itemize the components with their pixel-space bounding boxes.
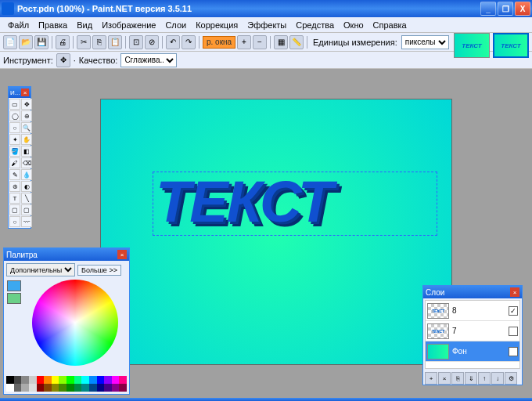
- palette-cell[interactable]: [66, 376, 74, 384]
- tool-fill[interactable]: 🪣: [9, 146, 20, 157]
- menu-view[interactable]: Вид: [72, 19, 97, 31]
- secondary-color-swatch[interactable]: [7, 293, 21, 304]
- palette-mode-select[interactable]: Дополнительны: [6, 263, 75, 276]
- new-button[interactable]: 📄: [3, 35, 17, 49]
- units-select[interactable]: пикселы: [401, 35, 449, 49]
- layer-props-button[interactable]: ⚙: [505, 372, 517, 385]
- undo-button[interactable]: ↶: [166, 35, 180, 49]
- menu-file[interactable]: Файл: [3, 19, 34, 31]
- tool-recolor[interactable]: ◐: [21, 181, 32, 192]
- menu-adjustments[interactable]: Коррекция: [191, 19, 243, 31]
- palette-cell[interactable]: [112, 384, 120, 392]
- palette-cell[interactable]: [74, 376, 82, 384]
- palette-cell[interactable]: [6, 384, 14, 392]
- canvas[interactable]: ТЕКСТ: [100, 99, 452, 365]
- palette-cell[interactable]: [6, 376, 14, 384]
- layer-up-button[interactable]: ↑: [478, 372, 491, 385]
- zoom-input[interactable]: [203, 36, 235, 49]
- doc-thumb-1[interactable]: ТЕКСТ: [454, 33, 490, 58]
- menu-image[interactable]: Изображение: [97, 19, 160, 31]
- palette-cell[interactable]: [14, 376, 22, 384]
- menu-layers[interactable]: Слои: [160, 19, 191, 31]
- save-button[interactable]: 💾: [34, 35, 49, 49]
- palette-cell[interactable]: [52, 384, 59, 392]
- zoom-in-button[interactable]: +: [237, 35, 251, 49]
- layer-item[interactable]: ТЕКСТ 8 ✓: [426, 301, 519, 321]
- tool-pan[interactable]: ✋: [21, 134, 32, 145]
- ruler-button[interactable]: 📏: [289, 35, 304, 49]
- cut-button[interactable]: ✂: [77, 35, 91, 49]
- layer-duplicate-button[interactable]: ⎘: [451, 372, 464, 385]
- tool-rect-select[interactable]: ▭: [9, 99, 20, 110]
- tool-line[interactable]: ╲: [21, 193, 32, 204]
- tool-rect[interactable]: ▢: [9, 204, 20, 215]
- palette-cell[interactable]: [59, 376, 66, 384]
- layer-visible-checkbox[interactable]: [509, 327, 518, 336]
- palette-cell[interactable]: [119, 384, 127, 392]
- layer-item[interactable]: ТЕКСТ 7: [426, 321, 519, 341]
- palette-cell[interactable]: [74, 384, 82, 392]
- palette-cell[interactable]: [97, 376, 105, 384]
- palette-cell[interactable]: [44, 384, 52, 392]
- redo-button[interactable]: ↷: [182, 35, 196, 49]
- close-button[interactable]: X: [515, 2, 530, 16]
- palette-cell[interactable]: [59, 384, 66, 392]
- selection-marquee[interactable]: [153, 172, 437, 236]
- tool-gradient[interactable]: ◧: [21, 146, 32, 157]
- menu-tools[interactable]: Средства: [291, 19, 339, 31]
- palette-cell[interactable]: [37, 376, 45, 384]
- color-strip[interactable]: [6, 376, 127, 392]
- tool-pencil[interactable]: ✎: [9, 169, 20, 180]
- tool-rrect[interactable]: ▢: [21, 204, 32, 215]
- palette-cell[interactable]: [112, 376, 120, 384]
- palette-cell[interactable]: [89, 384, 97, 392]
- palette-cell[interactable]: [104, 384, 112, 392]
- color-wheel[interactable]: [32, 280, 118, 366]
- tool-clone[interactable]: ⊛: [9, 181, 20, 192]
- layer-visible-checkbox[interactable]: ✓: [509, 347, 518, 356]
- palette-cell[interactable]: [97, 384, 105, 392]
- doc-thumb-2[interactable]: ТЕКСТ: [493, 33, 529, 58]
- layer-down-button[interactable]: ↓: [491, 372, 504, 385]
- menu-effects[interactable]: Эффекты: [243, 19, 291, 31]
- palette-cell[interactable]: [29, 376, 37, 384]
- tool-lasso[interactable]: ◯: [9, 110, 20, 121]
- palette-cell[interactable]: [44, 376, 52, 384]
- zoom-out-button[interactable]: −: [253, 35, 267, 49]
- open-button[interactable]: 📂: [19, 35, 33, 49]
- palette-cell[interactable]: [81, 384, 89, 392]
- tool-picker[interactable]: 💧: [21, 169, 32, 180]
- deselect-button[interactable]: ⊘: [145, 35, 159, 49]
- palette-cell[interactable]: [21, 384, 29, 392]
- tool-free[interactable]: 〰: [21, 216, 32, 227]
- palette-close-icon[interactable]: ×: [117, 250, 127, 259]
- palette-cell[interactable]: [104, 376, 112, 384]
- palette-cell[interactable]: [81, 376, 89, 384]
- tool-eraser[interactable]: ⌫: [21, 157, 32, 168]
- palette-more-button[interactable]: Больше >>: [77, 265, 121, 276]
- print-button[interactable]: 🖨: [56, 35, 70, 49]
- tool-text[interactable]: T: [9, 193, 20, 204]
- minimize-button[interactable]: _: [480, 2, 496, 16]
- tool-move-sel[interactable]: ⊕: [21, 110, 32, 121]
- grid-button[interactable]: ▦: [274, 35, 288, 49]
- palette-cell[interactable]: [89, 376, 97, 384]
- tool-wand[interactable]: ✦: [9, 134, 20, 145]
- palette-cell[interactable]: [14, 384, 22, 392]
- tool-brush[interactable]: 🖌: [9, 157, 20, 168]
- copy-button[interactable]: ⎘: [92, 35, 106, 49]
- layer-delete-button[interactable]: ×: [438, 372, 451, 385]
- tool-ellipse[interactable]: ○: [9, 216, 20, 227]
- palette-cell[interactable]: [37, 384, 45, 392]
- layers-close-icon[interactable]: ×: [510, 287, 519, 297]
- palette-cell[interactable]: [66, 384, 74, 392]
- palette-cell[interactable]: [21, 376, 29, 384]
- tool-zoom[interactable]: 🔍: [21, 122, 32, 133]
- tool-move[interactable]: ✥: [21, 99, 32, 110]
- palette-cell[interactable]: [52, 376, 59, 384]
- layer-item[interactable]: Фон ✓: [426, 341, 519, 362]
- current-tool-icon[interactable]: ✥: [56, 53, 70, 67]
- tool-ellipse-sel[interactable]: ○: [9, 122, 20, 133]
- palette-cell[interactable]: [29, 384, 37, 392]
- primary-color-swatch[interactable]: [7, 280, 21, 291]
